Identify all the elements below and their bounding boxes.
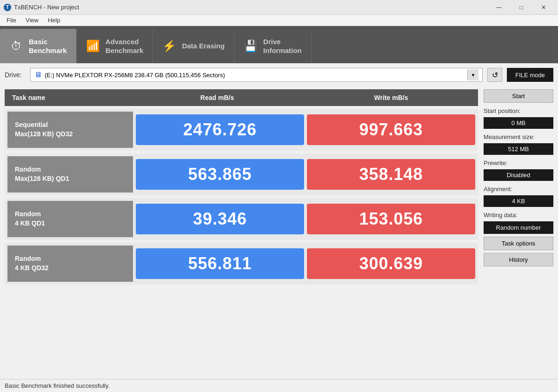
- drive-row: Drive: 🖥 (E:) NVMe PLEXTOR PX-256M8 238.…: [5, 68, 553, 82]
- drive-refresh-button[interactable]: ↺: [487, 68, 502, 82]
- drive-select-inner: 🖥 (E:) NVMe PLEXTOR PX-256M8 238.47 GB (…: [34, 71, 467, 79]
- minimize-button[interactable]: —: [488, 0, 510, 15]
- menu-file[interactable]: File: [2, 16, 21, 25]
- table-row: Random4 KB QD1 39.346 153.056: [5, 198, 478, 240]
- tab-data-erasing[interactable]: ⚡ Data Erasing: [153, 29, 234, 63]
- prewrite-label: Prewrite:: [484, 159, 553, 166]
- write-value-1: 358.148: [307, 159, 475, 190]
- header-task-name: Task name: [5, 89, 130, 106]
- row-label-2: Random4 KB QD1: [7, 201, 133, 237]
- refresh-icon: ↺: [492, 71, 498, 80]
- read-value-1: 563.865: [136, 159, 304, 190]
- maximize-button[interactable]: □: [511, 0, 532, 15]
- tab-drive-information[interactable]: 💾 DriveInformation: [234, 29, 312, 63]
- menu-help[interactable]: Help: [43, 16, 65, 25]
- right-panel: Start Start position: 0 MB Measurement s…: [484, 89, 553, 374]
- drive-select[interactable]: 🖥 (E:) NVMe PLEXTOR PX-256M8 238.47 GB (…: [30, 68, 483, 82]
- menu-bar: File View Help: [0, 15, 558, 26]
- benchmark-area: Task name Read mB/s Write mB/s Sequentia…: [5, 89, 553, 374]
- write-value-3: 300.639: [307, 248, 475, 279]
- writing-data-label: Writing data:: [484, 212, 553, 219]
- tab-drive-information-label: DriveInformation: [263, 37, 302, 55]
- start-position-label: Start position:: [484, 107, 553, 114]
- tab-bar: ⏱ BasicBenchmark 📶 AdvancedBenchmark ⚡ D…: [0, 26, 558, 63]
- data-erasing-icon: ⚡: [162, 40, 176, 53]
- title-bar-text: TxBENCH - New project: [14, 4, 488, 11]
- close-button[interactable]: ✕: [533, 0, 554, 15]
- title-bar: T TxBENCH - New project — □ ✕: [0, 0, 558, 15]
- measurement-size-label: Measurement size:: [484, 133, 553, 140]
- title-bar-controls: — □ ✕: [488, 0, 554, 15]
- menu-view[interactable]: View: [21, 16, 43, 25]
- benchmark-table: Task name Read mB/s Write mB/s Sequentia…: [5, 89, 478, 374]
- write-value-0: 997.663: [307, 114, 475, 145]
- history-button[interactable]: History: [484, 253, 553, 266]
- drive-information-icon: 💾: [244, 40, 258, 53]
- row-label-0: SequentialMax(128 KB) QD32: [7, 112, 133, 148]
- write-value-2: 153.056: [307, 204, 475, 234]
- basic-benchmark-icon: ⏱: [9, 40, 23, 53]
- read-value-0: 2476.726: [136, 114, 304, 145]
- measurement-size-value: 512 MB: [484, 143, 553, 155]
- drive-select-value: (E:) NVMe PLEXTOR PX-256M8 238.47 GB (50…: [45, 72, 225, 79]
- status-bar: Basic Benchmark finished successfully.: [0, 379, 558, 392]
- drive-label: Drive:: [5, 71, 26, 79]
- alignment-value: 4 KB: [484, 195, 553, 207]
- table-row: SequentialMax(128 KB) QD32 2476.726 997.…: [5, 109, 478, 151]
- row-label-1: RandomMax(128 KB) QD1: [7, 156, 133, 193]
- tab-advanced-benchmark[interactable]: 📶 AdvancedBenchmark: [77, 29, 153, 63]
- alignment-label: Alignment:: [484, 186, 553, 193]
- main-content: Drive: 🖥 (E:) NVMe PLEXTOR PX-256M8 238.…: [0, 63, 558, 379]
- writing-data-button[interactable]: Random number: [484, 221, 553, 234]
- table-row: Random4 KB QD32 556.811 300.639: [5, 243, 478, 285]
- file-mode-button[interactable]: FILE mode: [507, 68, 553, 82]
- row-label-3: Random4 KB QD32: [7, 246, 133, 282]
- tab-data-erasing-label: Data Erasing: [182, 41, 225, 51]
- start-position-value: 0 MB: [484, 117, 553, 129]
- tab-advanced-benchmark-label: AdvancedBenchmark: [106, 37, 144, 55]
- start-button[interactable]: Start: [484, 89, 553, 103]
- header-read: Read mB/s: [130, 89, 304, 106]
- drive-dropdown-arrow[interactable]: ▼: [467, 69, 478, 80]
- drive-select-icon: 🖥: [34, 71, 42, 79]
- prewrite-value: Disabled: [484, 169, 553, 181]
- table-row: RandomMax(128 KB) QD1 563.865 358.148: [5, 153, 478, 195]
- table-header: Task name Read mB/s Write mB/s: [5, 89, 478, 106]
- read-value-3: 556.811: [136, 248, 304, 279]
- task-options-button[interactable]: Task options: [484, 237, 553, 250]
- header-write: Write mB/s: [304, 89, 478, 106]
- status-message: Basic Benchmark finished successfully.: [5, 382, 460, 389]
- app-icon: T: [4, 4, 11, 11]
- advanced-benchmark-icon: 📶: [86, 40, 100, 53]
- tab-basic-benchmark[interactable]: ⏱ BasicBenchmark: [0, 29, 77, 63]
- tab-basic-benchmark-label: BasicBenchmark: [29, 37, 67, 55]
- read-value-2: 39.346: [136, 204, 304, 234]
